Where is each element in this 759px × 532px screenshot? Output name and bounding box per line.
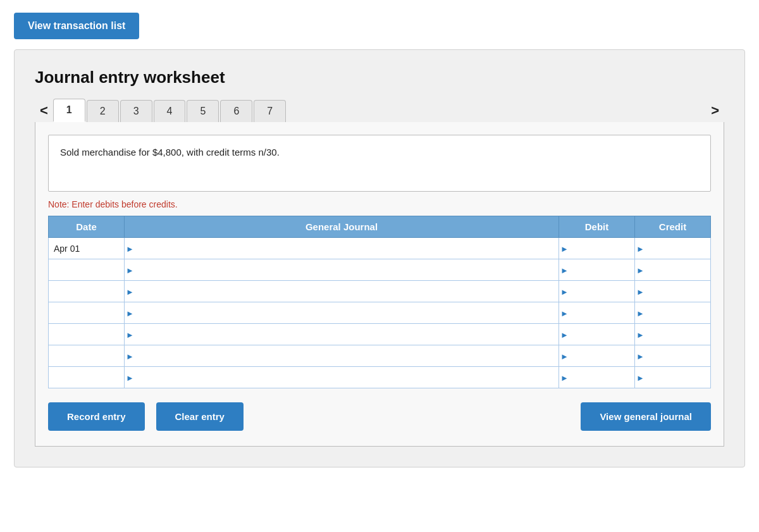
credit-cell-3[interactable]: ► — [635, 281, 711, 302]
col-header-credit: Credit — [635, 216, 711, 238]
credit-cell-2[interactable]: ► — [635, 259, 711, 281]
buttons-row: Record entry Clear entry View general jo… — [48, 402, 711, 431]
credit-cell-7[interactable]: ► — [635, 367, 711, 388]
date-cell-7 — [49, 367, 125, 388]
table-row: Apr 01 ► ► ► — [49, 238, 711, 259]
col-header-gj: General Journal — [125, 216, 559, 238]
gj-input-2[interactable] — [125, 259, 558, 280]
debit-cell-1[interactable]: ► — [559, 238, 635, 259]
tab-prev-button[interactable]: < — [35, 101, 53, 120]
date-cell-5 — [49, 324, 125, 345]
credit-input-6[interactable] — [635, 345, 710, 366]
gj-cell-1[interactable]: ► — [125, 238, 559, 259]
tab-2[interactable]: 2 — [87, 100, 119, 122]
debit-cell-6[interactable]: ► — [559, 345, 635, 367]
gj-cell-4[interactable]: ► — [125, 302, 559, 324]
credit-cell-6[interactable]: ► — [635, 345, 711, 367]
tab-next-button[interactable]: > — [706, 101, 724, 120]
debit-cell-4[interactable]: ► — [559, 302, 635, 324]
credit-input-5[interactable] — [635, 324, 710, 345]
gj-input-4[interactable] — [125, 302, 558, 323]
worksheet-title: Journal entry worksheet — [35, 68, 724, 87]
note-text: Note: Enter debits before credits. — [48, 199, 711, 209]
table-row: ► ► ► — [49, 259, 711, 281]
debit-input-2[interactable] — [559, 259, 634, 280]
gj-cell-2[interactable]: ► — [125, 259, 559, 281]
tab-5[interactable]: 5 — [187, 100, 219, 122]
table-row: ► ► ► — [49, 367, 711, 388]
debit-cell-5[interactable]: ► — [559, 324, 635, 345]
view-general-journal-button[interactable]: View general journal — [581, 402, 711, 431]
record-entry-button[interactable]: Record entry — [48, 402, 145, 431]
debit-input-4[interactable] — [559, 302, 634, 323]
table-row: ► ► ► — [49, 281, 711, 302]
gj-cell-5[interactable]: ► — [125, 324, 559, 345]
debit-input-6[interactable] — [559, 345, 634, 366]
date-cell-1: Apr 01 — [49, 238, 125, 259]
credit-cell-1[interactable]: ► — [635, 238, 711, 259]
debit-input-7[interactable] — [559, 367, 634, 388]
col-header-debit: Debit — [559, 216, 635, 238]
tab-4[interactable]: 4 — [154, 100, 186, 122]
gj-cell-6[interactable]: ► — [125, 345, 559, 367]
debit-input-1[interactable] — [559, 238, 634, 259]
gj-input-7[interactable] — [125, 367, 558, 388]
table-row: ► ► ► — [49, 345, 711, 367]
col-header-date: Date — [49, 216, 125, 238]
debit-cell-3[interactable]: ► — [559, 281, 635, 302]
tab-3[interactable]: 3 — [120, 100, 152, 122]
gj-cell-3[interactable]: ► — [125, 281, 559, 302]
tab-6[interactable]: 6 — [220, 100, 252, 122]
debit-cell-7[interactable]: ► — [559, 367, 635, 388]
credit-input-4[interactable] — [635, 302, 710, 323]
tab-1[interactable]: 1 — [53, 99, 85, 122]
date-cell-2 — [49, 259, 125, 281]
gj-input-1[interactable] — [125, 238, 558, 259]
table-row: ► ► ► — [49, 324, 711, 345]
table-row: ► ► ► — [49, 302, 711, 324]
gj-input-6[interactable] — [125, 345, 558, 366]
clear-entry-button[interactable]: Clear entry — [156, 402, 244, 431]
date-cell-6 — [49, 345, 125, 367]
debit-cell-2[interactable]: ► — [559, 259, 635, 281]
credit-input-1[interactable] — [635, 238, 710, 259]
journal-table: Date General Journal Debit Credit Apr 01… — [48, 216, 711, 388]
debit-input-5[interactable] — [559, 324, 634, 345]
date-cell-4 — [49, 302, 125, 324]
tab-7[interactable]: 7 — [254, 100, 286, 122]
gj-input-3[interactable] — [125, 281, 558, 302]
credit-input-3[interactable] — [635, 281, 710, 302]
debit-input-3[interactable] — [559, 281, 634, 302]
tabs-list: 1 2 3 4 5 6 7 — [53, 99, 706, 122]
credit-cell-4[interactable]: ► — [635, 302, 711, 324]
credit-cell-5[interactable]: ► — [635, 324, 711, 345]
view-transaction-button[interactable]: View transaction list — [14, 13, 139, 39]
credit-input-2[interactable] — [635, 259, 710, 280]
description-box: Sold merchandise for $4,800, with credit… — [48, 135, 711, 192]
credit-input-7[interactable] — [635, 367, 710, 388]
gj-input-5[interactable] — [125, 324, 558, 345]
date-cell-3 — [49, 281, 125, 302]
gj-cell-7[interactable]: ► — [125, 367, 559, 388]
